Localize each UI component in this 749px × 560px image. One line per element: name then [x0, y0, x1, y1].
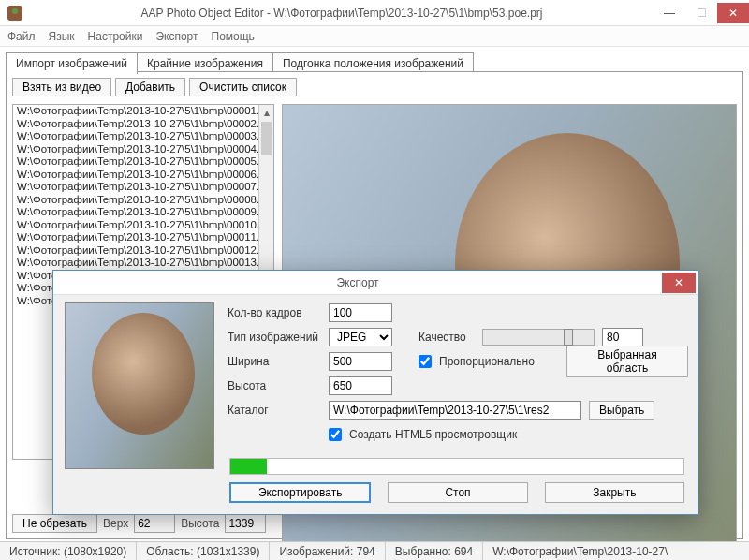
list-item[interactable]: W:\Фотографии\Temp\2013-10-27\5\1\bmp\00…	[13, 143, 273, 156]
status-selected: Выбранно: 694	[386, 542, 483, 560]
top-label: Верх	[103, 517, 128, 530]
quality-label: Качество	[419, 331, 475, 344]
add-button[interactable]: Добавить	[115, 78, 185, 96]
menu-settings[interactable]: Настройки	[88, 30, 143, 43]
list-item[interactable]: W:\Фотографии\Temp\2013-10-27\5\1\bmp\00…	[13, 118, 273, 131]
scroll-up-icon[interactable]: ▴	[259, 105, 273, 120]
height-label: Высота	[181, 517, 219, 530]
status-source: Источник: (1080x1920)	[0, 542, 137, 560]
proportional-label: Пропорционально	[439, 355, 535, 368]
dialog-title: Экспорт	[53, 276, 662, 289]
export-dialog: Экспорт ✕ Кол-во кадров Тип изображений …	[52, 270, 698, 515]
status-path: W:\Фотографии\Temp\2013-10-27\	[483, 542, 749, 560]
height-input[interactable]	[225, 514, 266, 533]
minimize-button[interactable]: —	[654, 3, 685, 23]
frames-label: Кол-во кадров	[228, 306, 321, 319]
menu-export[interactable]: Экспорт	[155, 30, 198, 43]
list-item[interactable]: W:\Фотографии\Temp\2013-10-27\5\1\bmp\00…	[13, 257, 273, 270]
slider-handle[interactable]	[564, 329, 573, 346]
quality-slider[interactable]	[482, 329, 595, 346]
menu-file[interactable]: Файл	[7, 30, 36, 43]
menu-lang[interactable]: Язык	[49, 30, 75, 43]
list-item[interactable]: W:\Фотографии\Temp\2013-10-27\5\1\bmp\00…	[13, 155, 273, 169]
choose-button[interactable]: Выбрать	[589, 401, 654, 420]
maximize-button[interactable]: ☐	[685, 3, 717, 23]
dialog-close-button[interactable]: ✕	[662, 273, 696, 293]
stop-button[interactable]: Стоп	[388, 482, 527, 503]
list-item[interactable]: W:\Фотографии\Temp\2013-10-27\5\1\bmp\00…	[13, 206, 273, 219]
quality-input[interactable]	[602, 328, 643, 346]
titlebar: AAP Photo Object Editor - W:\Фотографии\…	[0, 0, 749, 26]
height-input-export[interactable]	[329, 376, 392, 395]
status-region: Область: (1031x1339)	[137, 542, 270, 560]
width-input[interactable]	[329, 352, 392, 371]
html5-checkbox[interactable]	[329, 428, 342, 441]
scrollbar-thumb[interactable]	[261, 122, 272, 155]
window-title: AAP Photo Object Editor - W:\Фотографии\…	[30, 7, 654, 20]
take-from-video-button[interactable]: Взять из видео	[12, 78, 111, 96]
top-input[interactable]	[134, 514, 175, 533]
menubar: Файл Язык Настройки Экспорт Помощь	[0, 26, 749, 47]
list-item[interactable]: W:\Фотографии\Temp\2013-10-27\5\1\bmp\00…	[13, 244, 273, 258]
type-select[interactable]: JPEG	[329, 328, 392, 346]
close-button[interactable]: ✕	[717, 3, 749, 23]
list-item[interactable]: W:\Фотографии\Temp\2013-10-27\5\1\bmp\00…	[13, 105, 273, 118]
statusbar: Источник: (1080x1920) Область: (1031x133…	[0, 541, 749, 560]
html5-label: Создать HTML5 просмотровщик	[349, 428, 517, 441]
export-button[interactable]: Экспортировать	[229, 482, 371, 503]
app-icon	[7, 6, 22, 21]
height-label-export: Высота	[228, 379, 321, 392]
export-progress	[229, 458, 684, 475]
crop-controls: Не обрезать Верх Высота	[12, 514, 266, 533]
list-item[interactable]: W:\Фотографии\Temp\2013-10-27\5\1\bmp\00…	[13, 181, 273, 194]
region-button[interactable]: Выбранная область	[566, 346, 688, 377]
list-item[interactable]: W:\Фотографии\Temp\2013-10-27\5\1\bmp\00…	[13, 194, 273, 207]
frames-input[interactable]	[329, 303, 392, 322]
list-item[interactable]: W:\Фотографии\Temp\2013-10-27\5\1\bmp\00…	[13, 169, 273, 182]
list-item[interactable]: W:\Фотографии\Temp\2013-10-27\5\1\bmp\00…	[13, 219, 273, 232]
tab-import[interactable]: Импорт изображений	[6, 52, 138, 74]
status-images: Изображений: 794	[270, 542, 385, 560]
import-toolbar: Взять из видео Добавить Очистить список	[7, 72, 742, 102]
type-label: Тип изображений	[228, 331, 321, 344]
width-label: Ширина	[228, 355, 321, 368]
close-dialog-button[interactable]: Закрыть	[545, 482, 684, 503]
catalog-label: Каталог	[228, 404, 321, 417]
proportional-checkbox[interactable]	[419, 355, 432, 368]
progress-fill	[230, 459, 267, 474]
export-thumbnail	[65, 302, 214, 469]
menu-help[interactable]: Помощь	[212, 30, 255, 43]
no-crop-button[interactable]: Не обрезать	[12, 514, 97, 533]
clear-list-button[interactable]: Очистить список	[189, 78, 297, 96]
list-item[interactable]: W:\Фотографии\Temp\2013-10-27\5\1\bmp\00…	[13, 130, 273, 143]
list-item[interactable]: W:\Фотографии\Temp\2013-10-27\5\1\bmp\00…	[13, 231, 273, 244]
svg-point-1	[12, 8, 18, 14]
catalog-input[interactable]	[329, 401, 581, 420]
